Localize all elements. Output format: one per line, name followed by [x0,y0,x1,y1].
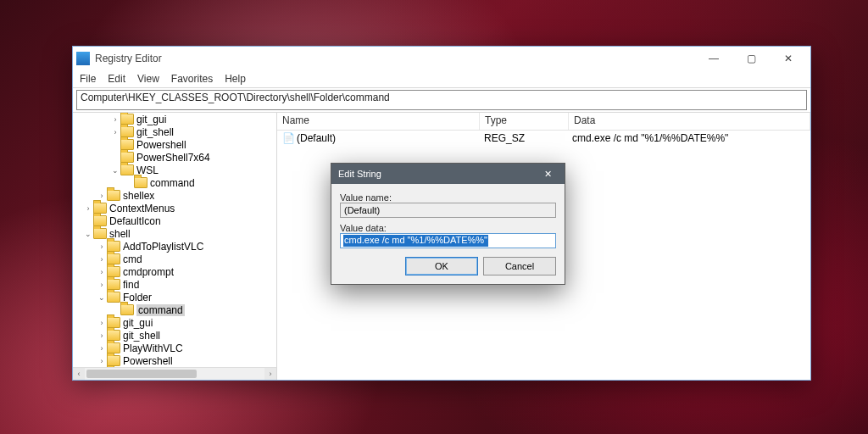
column-header-data[interactable]: Data [569,113,810,130]
value-type-cell: REG_SZ [479,132,567,144]
scroll-thumb[interactable] [86,370,197,378]
tree-node[interactable]: ⌄Folder [73,291,276,303]
string-value-icon: 📄 [282,132,294,144]
tree-node[interactable]: ›find [73,278,276,291]
tree-horizontal-scrollbar[interactable]: ‹ › [73,367,276,380]
close-window-button[interactable]: ✕ [770,47,807,70]
folder-icon [93,228,107,239]
tree-node[interactable]: ›cmd [73,253,276,265]
menu-view[interactable]: View [137,73,159,85]
tree-node[interactable]: ⌄WSL [73,164,276,176]
tree-node[interactable]: DefaultIcon [73,214,276,227]
folder-icon [120,164,134,175]
column-header-type[interactable]: Type [480,113,569,130]
edit-string-dialog: Edit String ✕ Value name: Value data: cm… [331,163,565,285]
address-bar[interactable]: Computer\HKEY_CLASSES_ROOT\Directory\she… [76,90,807,110]
menu-file[interactable]: File [80,73,96,85]
tree-node[interactable]: ›git_shell [73,125,276,138]
value-row[interactable]: 📄 (Default) REG_SZ cmd.exe /c md "%1/%%D… [277,131,810,146]
value-name-cell: (Default) [297,132,336,144]
tree-node[interactable]: ›AddToPlaylistVLC [73,240,276,253]
tree-node[interactable]: ›shellex [73,189,276,202]
folder-icon [107,190,120,201]
menu-edit[interactable]: Edit [108,73,125,85]
app-icon [76,52,90,65]
tree-node[interactable]: ›git_gui [73,316,276,329]
value-name-field [340,203,556,218]
value-data-label: Value data: [340,223,556,233]
tree-node[interactable]: ›git_shell [73,329,276,342]
folder-icon [120,304,134,315]
tree-node[interactable]: ›git_gui [73,113,276,125]
tree-node[interactable]: ›Powershell [73,354,276,367]
tree-node[interactable]: Powershell [73,138,276,151]
ok-button[interactable]: OK [405,257,478,275]
folder-icon [107,292,120,303]
close-icon: ✕ [544,169,552,180]
titlebar[interactable]: Registry Editor — ▢ ✕ [73,47,810,70]
tree-node[interactable]: ›ContextMenus [73,202,276,214]
tree-node[interactable]: command [73,176,276,189]
value-data-cell: cmd.exe /c md "%1/%%DATE%%" [567,132,810,144]
dialog-close-button[interactable]: ✕ [537,164,558,184]
menu-favorites[interactable]: Favorites [171,73,213,85]
menubar: File Edit View Favorites Help [73,70,810,88]
maximize-button[interactable]: ▢ [732,47,770,70]
tree[interactable]: ›git_gui ›git_shell Powershell PowerShel… [73,113,276,380]
minimize-button[interactable]: — [695,47,732,70]
scroll-left-button[interactable]: ‹ [73,368,85,380]
dialog-title: Edit String [338,169,537,179]
menu-help[interactable]: Help [225,73,246,85]
tree-node[interactable]: ›cmdprompt [73,265,276,278]
folder-icon [134,177,147,188]
column-header-name[interactable]: Name [277,113,480,130]
tree-pane: ›git_gui ›git_shell Powershell PowerShel… [73,113,277,380]
column-headers[interactable]: Name Type Data [277,113,810,131]
value-name-label: Value name: [340,192,556,203]
scroll-track[interactable] [85,368,264,380]
tree-node-selected[interactable]: command [73,303,276,316]
tree-node[interactable]: ›PlayWithVLC [73,342,276,354]
cancel-button[interactable]: Cancel [483,257,556,275]
value-data-selection: cmd.exe /c md "%1/%%DATE%%" [343,235,488,247]
tree-node[interactable]: PowerShell7x64 [73,151,276,164]
dialog-titlebar[interactable]: Edit String ✕ [331,164,565,184]
scroll-right-button[interactable]: › [264,368,276,380]
tree-node[interactable]: ⌄shell [73,227,276,240]
window-title: Registry Editor [95,53,695,64]
